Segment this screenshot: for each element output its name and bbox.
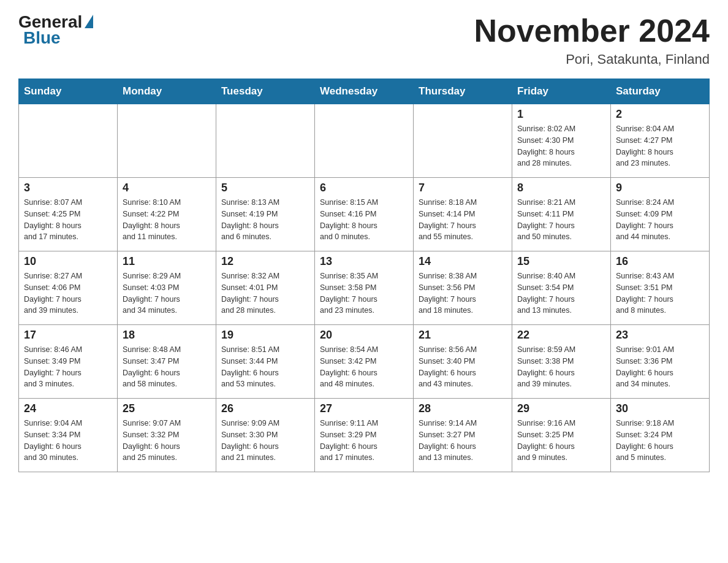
- day-number: 20: [320, 329, 408, 342]
- day-number: 13: [320, 255, 408, 268]
- day-info: Sunrise: 8:48 AM Sunset: 3:47 PM Dayligh…: [123, 344, 211, 390]
- day-number: 17: [24, 329, 112, 342]
- day-info: Sunrise: 9:09 AM Sunset: 3:30 PM Dayligh…: [221, 418, 309, 464]
- col-header-tuesday: Tuesday: [216, 79, 315, 104]
- day-info: Sunrise: 8:04 AM Sunset: 4:27 PM Dayligh…: [616, 123, 704, 169]
- day-number: 23: [616, 329, 704, 342]
- day-number: 7: [419, 182, 507, 194]
- week-row-5: 24Sunrise: 9:04 AM Sunset: 3:34 PM Dayli…: [19, 399, 710, 472]
- calendar-cell: 15Sunrise: 8:40 AM Sunset: 3:54 PM Dayli…: [512, 251, 611, 325]
- day-number: 10: [24, 255, 112, 268]
- col-header-saturday: Saturday: [611, 79, 710, 104]
- day-number: 8: [517, 182, 605, 194]
- day-info: Sunrise: 8:13 AM Sunset: 4:19 PM Dayligh…: [221, 197, 309, 243]
- day-info: Sunrise: 8:43 AM Sunset: 3:51 PM Dayligh…: [616, 270, 704, 316]
- day-info: Sunrise: 8:21 AM Sunset: 4:11 PM Dayligh…: [517, 197, 605, 243]
- title-section: November 2024 Pori, Satakunta, Finland: [474, 12, 710, 67]
- day-info: Sunrise: 8:10 AM Sunset: 4:22 PM Dayligh…: [123, 197, 211, 243]
- calendar-cell: 7Sunrise: 8:18 AM Sunset: 4:14 PM Daylig…: [414, 178, 512, 251]
- calendar-cell: [315, 104, 414, 178]
- day-number: 24: [24, 402, 112, 415]
- day-number: 25: [123, 402, 211, 415]
- day-number: 16: [616, 255, 704, 268]
- calendar-cell: 21Sunrise: 8:56 AM Sunset: 3:40 PM Dayli…: [414, 325, 512, 399]
- day-info: Sunrise: 8:32 AM Sunset: 4:01 PM Dayligh…: [221, 270, 309, 316]
- day-info: Sunrise: 8:54 AM Sunset: 3:42 PM Dayligh…: [320, 344, 408, 390]
- day-number: 26: [221, 402, 309, 415]
- day-info: Sunrise: 9:07 AM Sunset: 3:32 PM Dayligh…: [123, 418, 211, 464]
- calendar-cell: 12Sunrise: 8:32 AM Sunset: 4:01 PM Dayli…: [216, 251, 315, 325]
- day-number: 30: [616, 402, 704, 415]
- calendar-cell: 18Sunrise: 8:48 AM Sunset: 3:47 PM Dayli…: [118, 325, 216, 399]
- day-info: Sunrise: 8:15 AM Sunset: 4:16 PM Dayligh…: [320, 197, 408, 243]
- page-header: General Blue November 2024 Pori, Satakun…: [18, 12, 710, 67]
- day-number: 21: [419, 329, 507, 342]
- calendar-cell: 9Sunrise: 8:24 AM Sunset: 4:09 PM Daylig…: [611, 178, 710, 251]
- calendar-cell: 30Sunrise: 9:18 AM Sunset: 3:24 PM Dayli…: [611, 399, 710, 472]
- calendar-cell: 3Sunrise: 8:07 AM Sunset: 4:25 PM Daylig…: [19, 178, 118, 251]
- calendar-cell: 14Sunrise: 8:38 AM Sunset: 3:56 PM Dayli…: [414, 251, 512, 325]
- calendar-cell: 13Sunrise: 8:35 AM Sunset: 3:58 PM Dayli…: [315, 251, 414, 325]
- calendar-cell: 26Sunrise: 9:09 AM Sunset: 3:30 PM Dayli…: [216, 399, 315, 472]
- calendar-cell: 22Sunrise: 8:59 AM Sunset: 3:38 PM Dayli…: [512, 325, 611, 399]
- day-number: 28: [419, 402, 507, 415]
- calendar-cell: 27Sunrise: 9:11 AM Sunset: 3:29 PM Dayli…: [315, 399, 414, 472]
- day-info: Sunrise: 9:01 AM Sunset: 3:36 PM Dayligh…: [616, 344, 704, 390]
- month-title: November 2024: [474, 12, 710, 49]
- day-info: Sunrise: 9:11 AM Sunset: 3:29 PM Dayligh…: [320, 418, 408, 464]
- calendar-cell: 25Sunrise: 9:07 AM Sunset: 3:32 PM Dayli…: [118, 399, 216, 472]
- location: Pori, Satakunta, Finland: [474, 52, 710, 67]
- day-number: 12: [221, 255, 309, 268]
- day-info: Sunrise: 8:24 AM Sunset: 4:09 PM Dayligh…: [616, 197, 704, 243]
- col-header-wednesday: Wednesday: [315, 79, 414, 104]
- calendar-header-row: SundayMondayTuesdayWednesdayThursdayFrid…: [19, 79, 710, 104]
- logo-blue: Blue: [23, 28, 61, 48]
- day-number: 19: [221, 329, 309, 342]
- calendar-cell: 16Sunrise: 8:43 AM Sunset: 3:51 PM Dayli…: [611, 251, 710, 325]
- day-number: 4: [123, 182, 211, 194]
- day-number: 3: [24, 182, 112, 194]
- day-info: Sunrise: 8:51 AM Sunset: 3:44 PM Dayligh…: [221, 344, 309, 390]
- day-info: Sunrise: 9:14 AM Sunset: 3:27 PM Dayligh…: [419, 418, 507, 464]
- day-number: 6: [320, 182, 408, 194]
- week-row-4: 17Sunrise: 8:46 AM Sunset: 3:49 PM Dayli…: [19, 325, 710, 399]
- day-info: Sunrise: 8:18 AM Sunset: 4:14 PM Dayligh…: [419, 197, 507, 243]
- day-info: Sunrise: 8:29 AM Sunset: 4:03 PM Dayligh…: [123, 270, 211, 316]
- day-info: Sunrise: 8:35 AM Sunset: 3:58 PM Dayligh…: [320, 270, 408, 316]
- week-row-1: 1Sunrise: 8:02 AM Sunset: 4:30 PM Daylig…: [19, 104, 710, 178]
- day-info: Sunrise: 8:07 AM Sunset: 4:25 PM Dayligh…: [24, 197, 112, 243]
- day-info: Sunrise: 8:02 AM Sunset: 4:30 PM Dayligh…: [517, 123, 605, 169]
- day-number: 9: [616, 182, 704, 194]
- calendar-cell: 5Sunrise: 8:13 AM Sunset: 4:19 PM Daylig…: [216, 178, 315, 251]
- day-number: 18: [123, 329, 211, 342]
- logo-triangle-icon: [85, 15, 93, 28]
- day-info: Sunrise: 9:04 AM Sunset: 3:34 PM Dayligh…: [24, 418, 112, 464]
- week-row-2: 3Sunrise: 8:07 AM Sunset: 4:25 PM Daylig…: [19, 178, 710, 251]
- day-number: 11: [123, 255, 211, 268]
- calendar-cell: [414, 104, 512, 178]
- calendar-cell: 1Sunrise: 8:02 AM Sunset: 4:30 PM Daylig…: [512, 104, 611, 178]
- calendar-cell: 17Sunrise: 8:46 AM Sunset: 3:49 PM Dayli…: [19, 325, 118, 399]
- calendar-cell: 20Sunrise: 8:54 AM Sunset: 3:42 PM Dayli…: [315, 325, 414, 399]
- day-info: Sunrise: 9:18 AM Sunset: 3:24 PM Dayligh…: [616, 418, 704, 464]
- calendar-cell: 11Sunrise: 8:29 AM Sunset: 4:03 PM Dayli…: [118, 251, 216, 325]
- calendar-cell: [19, 104, 118, 178]
- day-info: Sunrise: 8:59 AM Sunset: 3:38 PM Dayligh…: [517, 344, 605, 390]
- calendar-cell: 28Sunrise: 9:14 AM Sunset: 3:27 PM Dayli…: [414, 399, 512, 472]
- calendar-cell: 10Sunrise: 8:27 AM Sunset: 4:06 PM Dayli…: [19, 251, 118, 325]
- calendar-cell: 4Sunrise: 8:10 AM Sunset: 4:22 PM Daylig…: [118, 178, 216, 251]
- calendar-cell: 19Sunrise: 8:51 AM Sunset: 3:44 PM Dayli…: [216, 325, 315, 399]
- calendar-cell: 6Sunrise: 8:15 AM Sunset: 4:16 PM Daylig…: [315, 178, 414, 251]
- day-info: Sunrise: 8:46 AM Sunset: 3:49 PM Dayligh…: [24, 344, 112, 390]
- col-header-monday: Monday: [118, 79, 216, 104]
- calendar-cell: 23Sunrise: 9:01 AM Sunset: 3:36 PM Dayli…: [611, 325, 710, 399]
- day-info: Sunrise: 8:40 AM Sunset: 3:54 PM Dayligh…: [517, 270, 605, 316]
- calendar-cell: [216, 104, 315, 178]
- calendar-table: SundayMondayTuesdayWednesdayThursdayFrid…: [18, 79, 710, 472]
- day-number: 14: [419, 255, 507, 268]
- day-info: Sunrise: 8:38 AM Sunset: 3:56 PM Dayligh…: [419, 270, 507, 316]
- calendar-cell: 2Sunrise: 8:04 AM Sunset: 4:27 PM Daylig…: [611, 104, 710, 178]
- col-header-friday: Friday: [512, 79, 611, 104]
- col-header-thursday: Thursday: [414, 79, 512, 104]
- day-info: Sunrise: 9:16 AM Sunset: 3:25 PM Dayligh…: [517, 418, 605, 464]
